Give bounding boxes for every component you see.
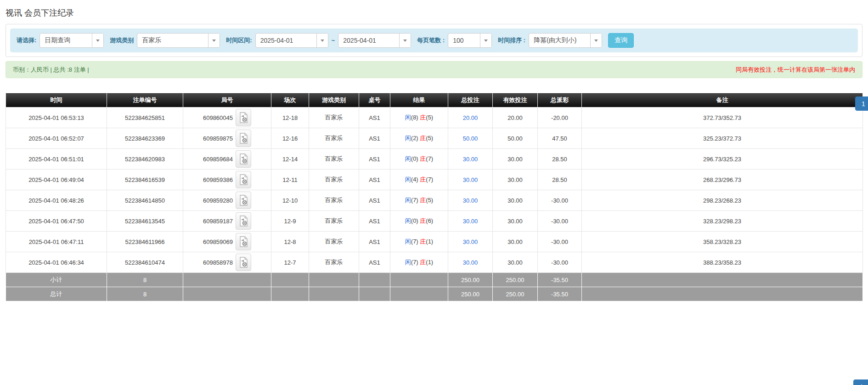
cell-total-bet: 20.00 [448,108,493,128]
cell-game-type: 百家乐 [309,108,359,128]
cell-total-bet: 30.00 [448,211,493,232]
header-session: 场次 [271,93,309,108]
cell-total-bet: 30.00 [448,252,493,273]
cell-time: 2025-04-01 06:48:26 [6,190,107,211]
cell-valid-bet: 30.00 [493,252,538,273]
video-replay-button[interactable] [236,171,251,188]
cell-bet-id: 522384613545 [107,211,183,232]
time-sort-label: 时间排序 : [498,36,525,45]
result-banker-label: 庄 [420,176,426,183]
total-bet-link[interactable]: 30.00 [463,218,478,225]
chevron-down-icon[interactable] [208,34,220,47]
result-player-label: 闲 [405,259,411,266]
pagination-page-1-bottom[interactable]: 1 [853,379,868,385]
round-id-value: 609859386 [203,176,233,183]
result-banker-label: 庄 [420,135,426,142]
select-type-label: 请选择: [17,36,36,45]
video-icon [239,112,248,123]
date-to-value: 2025-04-01 [338,37,399,44]
table-row: 2025-04-01 06:46:34522384610474609858978… [6,252,863,273]
cell-valid-bet: 30.00 [493,232,538,252]
total-bet-link[interactable]: 30.00 [463,197,478,204]
table-row: 2025-04-01 06:47:11522384611966609859069… [6,232,863,252]
cell-game-type: 百家乐 [309,128,359,149]
header-time: 时间 [6,93,107,108]
cell-table-no: AS1 [359,149,390,170]
cell-game-type: 百家乐 [309,232,359,252]
total-bet-link[interactable]: 50.00 [463,135,478,142]
cell-bet-id: 522384625851 [107,108,183,128]
table-header-row: 时间 注单编号 局号 场次 游戏类别 桌号 结果 总投注 有效投注 总派彩 备注 [6,93,863,108]
cell-time: 2025-04-01 06:53:13 [6,108,107,128]
video-replay-button[interactable] [236,212,251,230]
total-bet-link[interactable]: 30.00 [463,176,478,183]
total-bet-link[interactable]: 30.00 [463,259,478,266]
video-replay-button[interactable] [236,192,251,209]
result-player-number: (0) [411,217,420,224]
chevron-down-icon[interactable] [316,34,328,47]
total-row: 总计 8 250.00 250.00 -35.50 [6,287,863,301]
cell-remark: 296.73/325.23 [582,149,863,170]
filter-panel: 请选择: 日期查询 游戏类别 百家乐 时间区间: 2025-04-01 ~ 20… [6,24,862,57]
total-bet-link[interactable]: 30.00 [463,238,478,245]
cell-time: 2025-04-01 06:47:11 [6,232,107,252]
video-replay-button[interactable] [236,233,251,250]
per-page-select[interactable]: 100 [448,33,492,48]
total-bet-link[interactable]: 20.00 [463,114,478,121]
cell-bet-id: 522384610474 [107,252,183,273]
valid-bet-notice: 同局有效投注，统一计算在该局第一张注单内 [736,66,855,74]
pagination-page-1-top[interactable]: 1 [855,96,868,111]
cell-result: 闲(8) 庄(5) [390,108,448,128]
cell-table-no: AS1 [359,211,390,232]
cell-payout: -20.00 [538,108,582,128]
chevron-down-icon[interactable] [480,34,491,47]
cell-table-no: AS1 [359,108,390,128]
cell-round-id: 609859280 [183,190,271,211]
cell-result: 闲(7) 庄(5) [390,190,448,211]
result-banker-label: 庄 [420,217,426,224]
cell-remark: 298.23/268.23 [582,190,863,211]
chevron-down-icon[interactable] [590,34,602,47]
video-replay-button[interactable] [236,109,251,126]
cell-payout: 47.50 [538,128,582,149]
cell-session: 12-11 [271,170,309,190]
result-player-number: (7) [411,197,420,204]
cell-time: 2025-04-01 06:46:34 [6,252,107,273]
chevron-down-icon[interactable] [399,34,411,47]
header-valid-bet: 有效投注 [493,93,538,108]
video-replay-button[interactable] [236,150,251,168]
result-player-number: (7) [411,259,420,266]
cell-payout: -30.00 [538,252,582,273]
video-icon [239,195,248,206]
video-replay-button[interactable] [236,254,251,271]
header-round-id: 局号 [183,93,271,108]
currency-total-text: 币别：人民币 | 总共 :8 注单 | [13,66,89,74]
game-type-value: 百家乐 [137,36,208,45]
cell-remark: 372.73/352.73 [582,108,863,128]
search-button[interactable]: 查询 [608,33,634,48]
game-type-select[interactable]: 百家乐 [137,33,220,48]
cell-valid-bet: 30.00 [493,170,538,190]
cell-total-bet: 30.00 [448,232,493,252]
per-page-label: 每页笔数 : [417,36,445,45]
cell-time: 2025-04-01 06:49:04 [6,170,107,190]
chevron-down-icon[interactable] [92,34,103,47]
video-replay-button[interactable] [236,130,251,147]
date-from-select[interactable]: 2025-04-01 [255,33,328,48]
cell-remark: 268.23/296.73 [582,170,863,190]
date-to-select[interactable]: 2025-04-01 [338,33,411,48]
round-id-value: 609859875 [203,135,233,142]
table-row: 2025-04-01 06:49:04522384616539609859386… [6,170,863,190]
round-id-value: 609858978 [203,259,233,266]
cell-valid-bet: 30.00 [493,190,538,211]
cell-remark: 358.23/328.23 [582,232,863,252]
time-sort-select[interactable]: 降冪(由大到小) [529,33,602,48]
query-type-select[interactable]: 日期查询 [39,33,104,48]
result-player-label: 闲 [405,197,411,204]
total-bet-link[interactable]: 30.00 [463,156,478,163]
result-banker-number: (6) [426,217,433,224]
result-player-number: (2) [411,135,420,142]
result-banker-number: (1) [426,259,433,266]
result-banker-number: (5) [426,197,433,204]
result-player-label: 闲 [405,217,411,224]
